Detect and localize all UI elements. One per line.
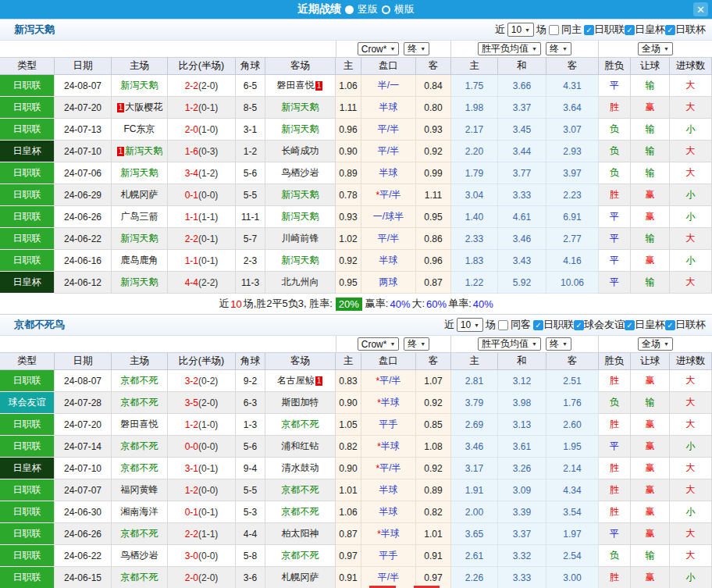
away-odds: 1.11 <box>416 184 451 206</box>
home-odds: 0.90 <box>336 392 361 414</box>
near-label: 近 <box>444 318 454 332</box>
home-team: 京都不死 <box>112 567 168 588</box>
avg-draw-odds: 3.13 <box>498 414 546 436</box>
summary-text: 单率: <box>448 297 472 311</box>
handicap-label: 半球 <box>381 440 400 453</box>
column-header: 客场 <box>265 58 336 75</box>
column-header: 类型 <box>0 58 55 75</box>
league-checkbox[interactable]: ✓ <box>665 320 675 330</box>
column-header: 日期 <box>55 58 112 75</box>
goals-cell: 大 <box>670 414 712 436</box>
close-button[interactable]: ✕ <box>693 2 708 16</box>
home-team: 京都不死 <box>112 392 168 414</box>
team-label: 福冈黄蜂 <box>121 483 158 497</box>
league-checkbox[interactable]: ✓ <box>625 320 635 330</box>
league-checkbox[interactable]: ✓ <box>665 25 675 35</box>
avg-draw-odds: 3.12 <box>498 370 546 392</box>
type-badge: 日职联 <box>0 436 55 458</box>
handicap-label: 平/半 <box>378 144 399 158</box>
scope-select[interactable]: 全场▼ <box>638 42 673 55</box>
column-header: 比分(半场) <box>168 353 236 370</box>
halftime-score: (1-1) <box>198 212 218 223</box>
goals-cell: 大 <box>670 75 712 97</box>
match-date: 24-06-16 <box>55 250 112 272</box>
type-badge: 球会友谊 <box>0 392 55 414</box>
final-odds-select[interactable]: 终▼ <box>404 337 429 351</box>
result-cell: 平 <box>599 75 631 97</box>
halftime-score: (0-1) <box>198 233 218 244</box>
vertical-layout-radio[interactable] <box>345 5 354 14</box>
match-date: 24-06-12 <box>55 272 112 294</box>
avg-draw-odds: 3.61 <box>498 436 546 458</box>
match-score: 4-4(2-2) <box>168 272 236 294</box>
league-checkbox-label: 日职联 <box>594 23 625 37</box>
same-venue-checkbox[interactable] <box>549 25 559 35</box>
fulltime-score: 3-4 <box>185 168 198 179</box>
vertical-layout-label: 竖版 <box>358 2 378 16</box>
final-odds-select[interactable]: 终▼ <box>546 337 571 351</box>
summary-text: 近 <box>219 297 229 311</box>
handicap-label: 半球 <box>379 505 398 519</box>
team-label: 清水鼓动 <box>282 461 319 475</box>
away-odds: 1.01 <box>416 523 451 545</box>
match-date: 24-07-14 <box>55 436 112 458</box>
halftime-score: (2-0) <box>198 397 218 408</box>
avg-home-odds: 2.17 <box>451 119 498 141</box>
handicap-label: 平/半 <box>378 232 399 245</box>
type-badge: 日职联 <box>0 414 55 436</box>
section-header: 京都不死鸟 近 10 ▼ 场 同客 ✓日职联✓球会友谊✓日皇杯✓日联杯 <box>0 314 712 336</box>
league-checkbox[interactable]: ✓ <box>584 25 594 35</box>
scope-select[interactable]: 全场▼ <box>638 337 673 351</box>
bookmaker-group: Crow*▼ 终▼ <box>336 41 451 58</box>
column-header: 进球数 <box>670 58 712 75</box>
league-checkbox-label: 日皇杯 <box>635 23 665 37</box>
corner-score: 5-6 <box>236 436 265 458</box>
horizontal-layout-radio[interactable] <box>382 5 390 14</box>
handicap-label: 半/一 <box>378 79 399 92</box>
chevron-down-icon: ▼ <box>390 341 395 347</box>
team-label: 名古屋鲸 <box>277 374 315 387</box>
handicap-result-cell: 赢 <box>631 97 670 119</box>
away-team: 新泻天鹅 <box>265 119 336 141</box>
corner-score: 1-2 <box>236 141 265 162</box>
halftime-score: (0-1) <box>198 507 218 518</box>
league-checkbox[interactable]: ✓ <box>533 320 543 330</box>
match-count-select[interactable]: 10 ▼ <box>507 23 534 37</box>
handicap-label: 平/半 <box>378 571 399 584</box>
league-checkbox-label: 日联杯 <box>675 23 706 37</box>
home-team: 京都不死 <box>112 436 168 458</box>
handicap-result-cell: 赢 <box>631 458 670 479</box>
match-date: 24-06-29 <box>55 184 112 206</box>
halftime-score: (0-2) <box>198 376 218 387</box>
away-team: 浦和红钻 <box>265 436 336 458</box>
bookmaker-select[interactable]: Crow*▼ <box>358 42 400 55</box>
home-odds: 1.06 <box>336 75 361 97</box>
league-checkbox[interactable]: ✓ <box>625 25 635 35</box>
home-odds: 1.11 <box>336 97 361 119</box>
team-label: 北九州向 <box>282 276 319 289</box>
summary-text: 60% <box>426 298 447 310</box>
halftime-score: (0-0) <box>198 485 218 496</box>
summary-text: 10 <box>230 298 241 310</box>
final-odds-select[interactable]: 终▼ <box>404 42 429 55</box>
team-label: 新泻天鹅 <box>282 101 319 114</box>
bookmaker-select[interactable]: Crow*▼ <box>358 337 400 351</box>
handicap-label: 平/半 <box>378 123 399 136</box>
same-venue-checkbox[interactable] <box>498 320 508 330</box>
match-count-select[interactable]: 10 ▼ <box>457 318 483 332</box>
corner-score: 5-3 <box>236 501 265 523</box>
chevron-down-icon: ▼ <box>532 341 537 347</box>
avg-away-odds: 4.16 <box>546 250 599 272</box>
away-odds: 0.84 <box>416 75 451 97</box>
final-odds-select[interactable]: 终▼ <box>546 42 571 55</box>
avg-home-odds: 2.61 <box>451 545 498 567</box>
same-venue-label: 同客 <box>511 318 531 332</box>
avg-draw-odds: 3.77 <box>498 162 546 184</box>
match-date: 24-06-26 <box>55 523 112 545</box>
fulltime-score: 2-2 <box>185 529 198 540</box>
league-checkbox[interactable]: ✓ <box>574 320 584 330</box>
avg-odds-select[interactable]: 胜平负均值▼ <box>478 337 541 351</box>
column-header: 客 <box>416 58 451 75</box>
avg-odds-select[interactable]: 胜平负均值▼ <box>478 42 541 55</box>
handicap: 半球 <box>361 479 416 501</box>
